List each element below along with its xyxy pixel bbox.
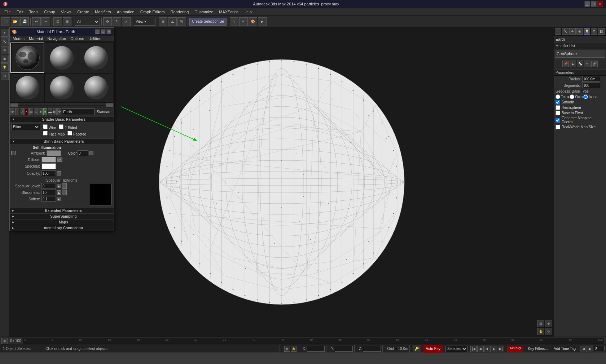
rp-octa-radio[interactable] xyxy=(570,94,574,99)
snaps-toggle[interactable]: ⊕ xyxy=(159,17,167,26)
material-slot-2[interactable] xyxy=(45,43,79,73)
me-delete-material[interactable]: ✕ xyxy=(25,108,28,115)
me-shader-select[interactable]: Blinn Phong Metal xyxy=(11,124,40,130)
lock-icon[interactable]: 🔒 xyxy=(291,346,297,352)
undo-button[interactable]: ↩ xyxy=(32,17,41,26)
rp-edit-icon[interactable]: ✏ xyxy=(584,61,590,67)
me-assign-material[interactable]: → xyxy=(15,108,19,115)
me-ambient-color[interactable] xyxy=(47,150,61,156)
me-blinn-header[interactable]: ▼ Blinn Basic Parameters xyxy=(10,138,114,144)
modify-panel-icon[interactable]: 🔧 xyxy=(1,37,9,45)
material-slot-6[interactable] xyxy=(79,74,113,103)
create-panel-icon[interactable]: + xyxy=(1,29,9,37)
coord-z-input[interactable] xyxy=(363,346,381,352)
key-filters-button[interactable]: Key Filters... xyxy=(526,347,549,351)
rp-segments-input[interactable] xyxy=(582,83,600,88)
material-slot-4[interactable] xyxy=(10,74,44,103)
timeline-track[interactable]: 0 5 10 15 20 25 30 35 40 45 50 55 60 65 … xyxy=(23,338,605,344)
menu-tools[interactable]: Tools xyxy=(26,9,41,15)
material-slot-1[interactable] xyxy=(10,43,44,73)
material-editor-titlebar[interactable]: 🎨 Material Editor - Earth _ □ × xyxy=(10,28,114,36)
menu-maxscript[interactable]: MAXScript xyxy=(216,9,241,15)
me-glossiness-btn[interactable] xyxy=(62,190,67,195)
me-diffuse-color[interactable] xyxy=(41,157,56,163)
me-menu-options[interactable]: Options xyxy=(68,36,86,41)
menu-graph-editors[interactable]: Graph Editors xyxy=(137,9,168,15)
rp-radius-input[interactable] xyxy=(582,76,600,82)
set-key-button[interactable]: Set Key xyxy=(507,346,524,352)
me-2sided-check[interactable] xyxy=(59,124,63,129)
rp-modifier-list[interactable]: Modifier List xyxy=(554,43,606,49)
me-menu-modes[interactable]: Modes xyxy=(10,36,27,41)
me-minimize[interactable]: _ xyxy=(95,29,100,34)
menu-rendering[interactable]: Rendering xyxy=(168,9,192,15)
me-diffuse-m-btn[interactable]: M xyxy=(57,157,62,162)
align-button[interactable]: ≡ xyxy=(239,17,248,26)
vp-zoom-extent[interactable]: ⊡ xyxy=(537,320,544,327)
me-self-illum-btn[interactable] xyxy=(89,151,93,155)
utilities-panel-icon[interactable]: ⚙ xyxy=(1,72,9,80)
me-ambient-lock[interactable] xyxy=(11,151,16,155)
me-faceted-check[interactable] xyxy=(67,131,72,136)
me-unique-material[interactable]: ◈ xyxy=(39,108,43,115)
motion-panel-icon[interactable]: ◉ xyxy=(1,55,9,63)
vp-pan[interactable]: ✋ xyxy=(537,328,544,335)
coord-x-input[interactable] xyxy=(307,346,325,352)
me-self-illum-value[interactable] xyxy=(78,150,88,156)
me-type2[interactable]: ◧ xyxy=(53,108,57,115)
vp-zoom[interactable]: ⊕ xyxy=(545,320,552,327)
me-opacity-btn[interactable] xyxy=(57,171,61,176)
rp-sel-icon[interactable]: ▲ xyxy=(570,61,576,67)
rp-geosphere-item[interactable]: GeoSphere xyxy=(555,50,605,58)
anim-play[interactable]: ▶ xyxy=(491,346,497,352)
percent-snap[interactable]: % xyxy=(177,17,186,26)
me-glossiness-up[interactable]: ▲ xyxy=(57,190,61,195)
minimize-button[interactable]: _ xyxy=(584,1,590,7)
rotate-button[interactable]: ↻ xyxy=(113,17,121,26)
rp-motion-icon[interactable]: ◉ xyxy=(576,28,583,35)
extra-btn-2[interactable]: ▶ xyxy=(587,346,593,352)
rp-pin-icon[interactable]: 📌 xyxy=(562,61,569,67)
restore-button[interactable]: □ xyxy=(591,1,597,7)
me-glossiness-value[interactable] xyxy=(41,190,56,195)
rp-modify-icon[interactable]: 🔧 xyxy=(562,28,568,35)
me-spec-level-up[interactable]: ▲ xyxy=(57,184,61,188)
me-extended-header[interactable]: ▶ Extended Parameters xyxy=(10,208,114,213)
me-menu-material[interactable]: Material xyxy=(27,36,45,41)
rp-hemisphere-check[interactable] xyxy=(556,105,560,110)
me-mentalray-header[interactable]: ▶ mental ray Connection xyxy=(10,225,114,231)
add-time-tag-button[interactable]: Add Time Tag xyxy=(552,347,577,351)
rp-smooth-check[interactable] xyxy=(556,100,560,105)
close-button[interactable]: × xyxy=(597,1,603,7)
me-reset-map[interactable]: ↺ xyxy=(20,108,24,115)
me-spec-level-value[interactable] xyxy=(41,183,56,189)
rp-base-to-pivot-check[interactable] xyxy=(556,111,560,115)
me-restore[interactable]: □ xyxy=(101,29,106,34)
hierarchy-panel-icon[interactable]: ⊕ xyxy=(1,46,9,54)
new-button[interactable]: ⬛ xyxy=(1,17,10,26)
me-facemap-check[interactable] xyxy=(43,131,48,136)
anim-stop[interactable]: ■ xyxy=(484,346,491,352)
menu-views[interactable]: Views xyxy=(58,9,74,15)
rp-create-icon[interactable]: + xyxy=(555,28,561,35)
rp-real-world-check[interactable] xyxy=(556,125,560,129)
selection-filter[interactable]: All Geometry Shapes Lights Cameras xyxy=(75,18,100,26)
rp-utility-icon[interactable]: ⚙ xyxy=(591,28,597,35)
rp-generate-mapping-check[interactable] xyxy=(556,118,560,123)
me-select-by-material[interactable]: ■ xyxy=(43,108,47,115)
menu-edit[interactable]: Edit xyxy=(14,9,26,15)
me-material-name-input[interactable] xyxy=(62,108,95,115)
menu-create[interactable]: Create xyxy=(74,9,92,15)
me-close[interactable]: × xyxy=(106,29,111,34)
me-copy-material[interactable]: ⊞ xyxy=(29,108,33,115)
me-paste-material[interactable]: ⊟ xyxy=(34,108,38,115)
isolate-icon[interactable]: ◉ xyxy=(284,346,290,352)
extra-btn-1[interactable]: ◀ xyxy=(580,346,587,352)
anim-prev-key[interactable]: |◀ xyxy=(470,346,477,352)
vp-orbit[interactable]: ↻ xyxy=(545,328,552,335)
menu-customize[interactable]: Customize xyxy=(192,9,216,15)
reference-coord[interactable]: View ▾ xyxy=(134,18,155,26)
me-opacity-value[interactable] xyxy=(41,170,56,176)
menu-modifiers[interactable]: Modifiers xyxy=(92,9,114,15)
menu-group[interactable]: Group xyxy=(41,9,58,15)
